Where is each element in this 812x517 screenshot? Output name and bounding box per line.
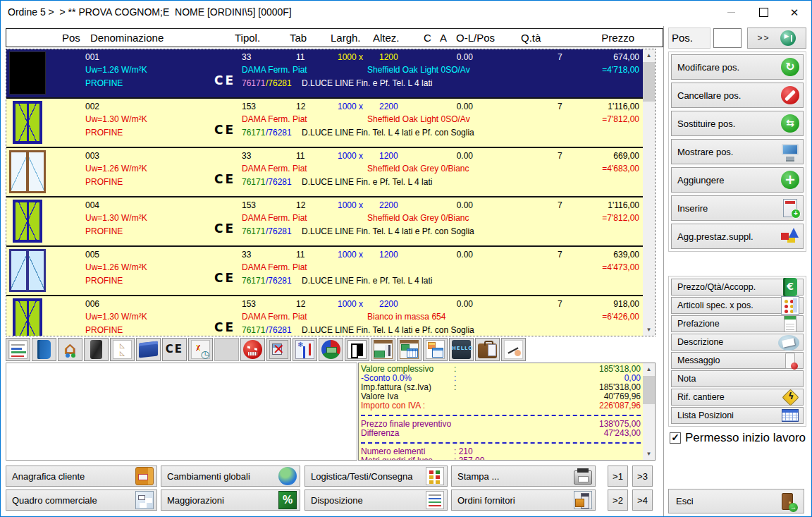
scroll-thumb[interactable] (643, 62, 655, 102)
toolbar-signature-hand-button[interactable] (501, 338, 526, 361)
row-largh: 1000 x (338, 151, 363, 162)
table-row[interactable]: 004 153 12 1000 x 2200 0.00 7 1'116,00 U… (6, 197, 644, 247)
summary-scroll-down-button[interactable]: ▼ (643, 448, 655, 460)
table-row[interactable]: 006 153 12 1000 x 2200 0.00 7 918,00 Uw=… (6, 296, 644, 336)
position-input[interactable] (713, 28, 742, 48)
cambiamenti-globali-button[interactable]: Cambiamenti globali (161, 466, 300, 487)
description-button[interactable]: Descrizione (671, 334, 804, 351)
button-label: >3 (633, 471, 652, 482)
add-position-button[interactable]: Aggiungere (671, 167, 804, 193)
scroll-down-button[interactable]: ▼ (643, 324, 655, 336)
toolbar-position-list-button[interactable] (6, 338, 30, 361)
row-qta: 7 (558, 200, 562, 211)
toolbar-house-people-button[interactable] (58, 338, 82, 361)
row-tipol: 153 (242, 299, 256, 310)
row-prezzo: 918,00 (613, 299, 639, 310)
toolbar-book-button[interactable] (32, 338, 56, 361)
logistica-testi-consegna-button[interactable]: Logistica/Testi/Consegna (304, 466, 448, 487)
row-largh: 1000 x (338, 250, 363, 260)
toolbar-ce-mark-button[interactable] (162, 338, 187, 361)
row-total-price: =4'473,00 (602, 262, 639, 273)
toolbar-suitcase-clipboard-button[interactable] (475, 338, 500, 361)
toolbar-clipboard-money-button[interactable] (371, 338, 395, 361)
toolbar-color-money-button[interactable] (319, 338, 343, 361)
toolbar-chart-clock-button[interactable] (188, 338, 213, 361)
toolbar-hello-monitor-button[interactable] (449, 338, 474, 361)
toolbar-door-frames-button[interactable] (345, 338, 369, 361)
disposizione-button[interactable]: Disposizione (304, 489, 448, 511)
maggiorazioni-button[interactable]: Maggiorazioni (161, 489, 300, 511)
toolbar-thermal-window-button[interactable] (293, 338, 317, 361)
delete-position-button[interactable]: Cancellare pos. (671, 83, 804, 108)
ce-mark: CE (214, 322, 235, 333)
summary-colon (454, 401, 599, 410)
button-label: >2 (608, 495, 627, 506)
row-prezzo: 1'116,00 (608, 102, 639, 112)
summary-line: Imp.fattura (sz.Iva):185'318,00 (361, 383, 641, 392)
message-button[interactable]: Messaggio (671, 352, 804, 369)
quadro-commerciale-button[interactable]: Quadro commerciale (6, 489, 157, 511)
row-brand: PROFINE (85, 128, 123, 138)
row-altez: 2200 (379, 200, 398, 211)
goto-position-button[interactable]: >> (747, 28, 806, 49)
price-qty-coupling-button[interactable]: Prezzo/Qtà/Accopp. (671, 279, 804, 296)
toolbar-clipboard-table-button[interactable] (397, 338, 422, 361)
toolbar-angry-face-button[interactable] (240, 338, 265, 361)
site-reference-button[interactable]: Rif. cantiere (671, 389, 804, 406)
window-thumbnail (9, 51, 46, 95)
summary-label: Metri quadri rif.luce (361, 456, 454, 461)
maximize-button[interactable] (748, 1, 779, 23)
stampa-button[interactable]: Stampa ... (451, 466, 596, 487)
close-button[interactable]: ✕ (779, 1, 810, 23)
column-pos: Pos (62, 32, 80, 44)
toolbar-container-button[interactable] (136, 338, 161, 361)
column-tab: Tab (290, 32, 307, 44)
sidebar: Pos. >> Modificare pos. Cancellare pos. … (668, 26, 808, 516)
goto-4-button[interactable]: >4 (632, 489, 653, 511)
row-tab: 12 (296, 102, 305, 112)
layout-doc-icon (426, 491, 444, 509)
permesso-checkbox[interactable]: ✓ (670, 432, 681, 444)
button-label: Nota (677, 374, 799, 384)
show-position-button[interactable]: Mostrare pos. (671, 139, 804, 164)
scroll-up-button[interactable]: ▲ (643, 49, 655, 61)
work-permission-row: ✓ Permesso inizio lavoro (670, 431, 806, 445)
summary-colon (454, 392, 604, 401)
summary-label: Importo con IVA : (361, 401, 454, 410)
delete-icon (781, 86, 799, 104)
list-scrollbar[interactable]: ▲ ▼ (643, 49, 655, 336)
exit-button[interactable]: Esci (668, 489, 804, 513)
ce-mark: CE (214, 273, 235, 284)
ordini-fornitori-button[interactable]: Ordini fornitori (451, 489, 596, 511)
row-system: DAMA Ferm. Piat (242, 262, 307, 273)
special-articles-button[interactable]: Articoli spec. x pos. (671, 297, 804, 314)
row-article-2: /76281 (266, 78, 292, 89)
toolbar-frame-drawings-button[interactable] (110, 338, 135, 361)
goto-2-button[interactable]: >2 (608, 489, 628, 511)
minimize-button[interactable] (715, 1, 746, 23)
summary-scroll-up-button[interactable]: ▲ (643, 363, 655, 375)
table-row[interactable]: 003 33 11 1000 x 1200 0.00 7 669,00 Uw=1… (6, 148, 644, 197)
table-row[interactable]: 001 33 11 1000 x 1200 0.00 7 674,00 Uw=1… (6, 49, 644, 99)
position-list-button[interactable]: Lista Posizioni (671, 407, 804, 424)
preface-button[interactable]: Prefazione (671, 315, 804, 332)
table-row[interactable]: 005 33 11 1000 x 1200 0.00 7 639,00 Uw=1… (6, 247, 644, 296)
position-list[interactable]: 001 33 11 1000 x 1200 0.00 7 674,00 Uw=1… (6, 49, 656, 336)
note-button[interactable]: Nota (671, 370, 804, 387)
add-suppl-services-button[interactable]: Agg.prestaz.suppl. (671, 224, 804, 249)
row-tab: 11 (296, 151, 304, 162)
insert-position-button[interactable]: Inserire (671, 195, 804, 221)
table-row[interactable]: 002 153 12 1000 x 2200 0.00 7 1'116,00 U… (6, 99, 644, 148)
anagrafica-cliente-button[interactable]: Anagrafica cliente (6, 466, 157, 487)
replace-position-button[interactable]: Sostituire pos. (671, 111, 804, 136)
toolbar-document-table-button[interactable] (423, 338, 448, 361)
toolbar-binder-button[interactable] (84, 338, 109, 361)
row-total-price: =7'812,00 (602, 213, 639, 224)
summary-scroll-thumb[interactable] (643, 376, 655, 404)
toolbar-no-image-button[interactable] (266, 338, 291, 361)
goto-1-button[interactable]: >1 (608, 466, 628, 487)
button-label: Maggiorazioni (167, 495, 278, 506)
summary-scrollbar[interactable]: ▲ ▼ (643, 363, 655, 460)
goto-3-button[interactable]: >3 (632, 466, 653, 487)
modify-position-button[interactable]: Modificare pos. (671, 54, 804, 80)
